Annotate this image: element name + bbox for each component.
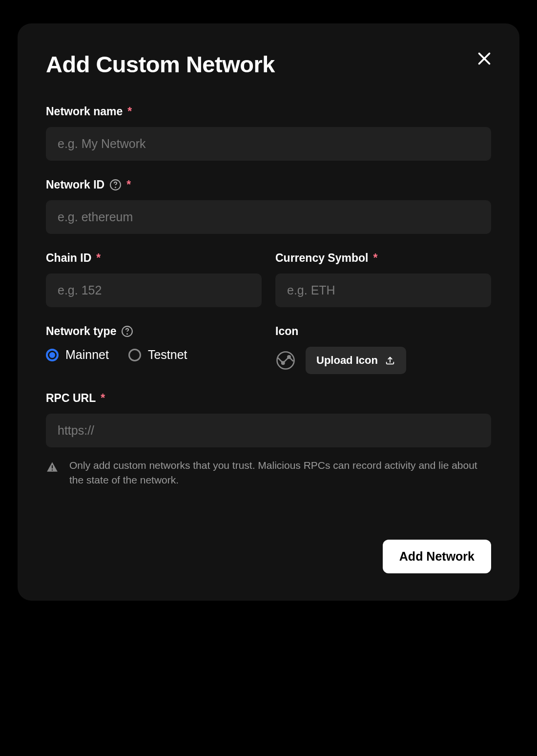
help-icon[interactable] xyxy=(109,179,122,191)
rpc-warning: Only add custom networks that you trust.… xyxy=(46,458,491,488)
chain-id-field: Chain ID * xyxy=(46,252,262,307)
network-name-input[interactable] xyxy=(46,127,491,161)
radio-mainnet-label: Mainnet xyxy=(65,348,109,362)
chain-id-input[interactable] xyxy=(46,273,262,307)
required-indicator: * xyxy=(101,392,105,405)
icon-label: Icon xyxy=(275,325,298,338)
upload-icon-button[interactable]: Upload Icon xyxy=(306,347,406,374)
close-icon xyxy=(475,50,493,67)
svg-point-8 xyxy=(288,356,290,358)
upload-icon-label: Upload Icon xyxy=(316,354,378,367)
network-id-field: Network ID * xyxy=(46,178,491,234)
radio-button-icon xyxy=(46,349,59,361)
svg-point-3 xyxy=(115,187,116,188)
help-icon[interactable] xyxy=(121,325,133,337)
currency-symbol-label: Currency Symbol xyxy=(275,252,368,265)
rpc-url-input[interactable] xyxy=(46,414,491,447)
currency-symbol-input[interactable] xyxy=(275,273,491,307)
network-type-label: Network type xyxy=(46,325,116,338)
network-id-input[interactable] xyxy=(46,200,491,234)
rpc-url-field: RPC URL * Only add custom networks that … xyxy=(46,392,491,488)
required-indicator: * xyxy=(126,178,131,191)
required-indicator: * xyxy=(373,252,377,265)
icon-field: Icon Upload Icon xyxy=(275,325,491,374)
currency-symbol-field: Currency Symbol * xyxy=(275,252,491,307)
svg-point-7 xyxy=(282,362,284,364)
upload-icon xyxy=(385,355,395,366)
required-indicator: * xyxy=(127,105,132,118)
network-type-field: Network type Mainnet xyxy=(46,325,262,374)
modal-title: Add Custom Network xyxy=(46,51,491,78)
svg-rect-10 xyxy=(52,465,53,469)
radio-testnet-label: Testnet xyxy=(148,348,187,362)
globe-icon xyxy=(275,350,296,371)
radio-button-icon xyxy=(128,349,141,361)
radio-mainnet[interactable]: Mainnet xyxy=(46,348,109,362)
close-button[interactable] xyxy=(473,47,496,70)
add-custom-network-modal: Add Custom Network Network name * Networ… xyxy=(18,23,519,601)
add-network-button[interactable]: Add Network xyxy=(383,540,491,573)
rpc-url-label: RPC URL xyxy=(46,392,96,405)
network-name-field: Network name * xyxy=(46,105,491,161)
chain-id-label: Chain ID xyxy=(46,252,91,265)
warning-icon xyxy=(46,461,59,476)
network-id-label: Network ID xyxy=(46,178,104,191)
svg-point-5 xyxy=(127,334,127,334)
warning-text: Only add custom networks that you trust.… xyxy=(69,458,491,488)
network-name-label: Network name xyxy=(46,105,123,118)
svg-rect-11 xyxy=(52,469,53,470)
required-indicator: * xyxy=(96,252,101,265)
radio-testnet[interactable]: Testnet xyxy=(128,348,187,362)
